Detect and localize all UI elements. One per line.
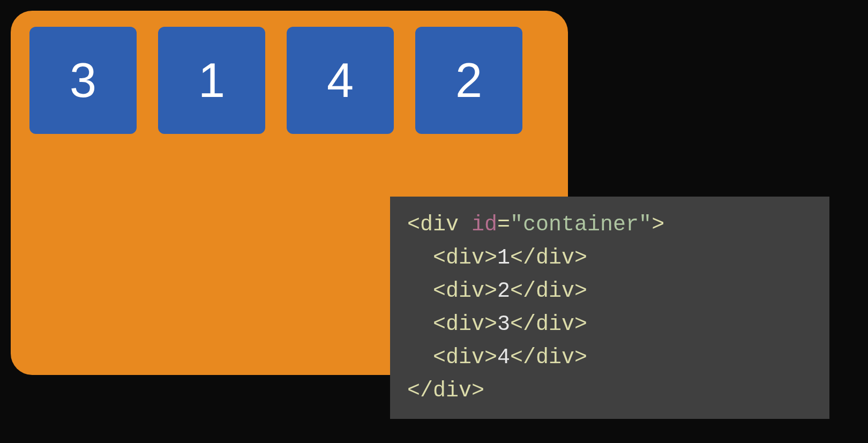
code-child-close: </div>: [510, 246, 587, 270]
code-child-text: 1: [497, 246, 510, 270]
item-number: 4: [327, 53, 354, 108]
code-child-text: 4: [497, 346, 510, 370]
code-close: </div>: [407, 379, 484, 403]
item-box: 2: [415, 27, 522, 134]
code-line-child: <div>4</div>: [407, 341, 812, 374]
code-panel: <div id="container"> <div>1</div> <div>2…: [390, 197, 829, 419]
code-child-open: <div>: [433, 279, 497, 303]
code-line-child: <div>1</div>: [407, 242, 812, 275]
code-child-text: 3: [497, 312, 510, 336]
items-row: 3 1 4 2: [29, 27, 549, 134]
code-child-close: </div>: [510, 279, 587, 303]
item-box: 4: [287, 27, 394, 134]
item-box: 3: [29, 27, 137, 134]
code-line-child: <div>3</div>: [407, 308, 812, 341]
code-child-open: <div>: [433, 246, 497, 270]
item-number: 3: [70, 53, 96, 108]
code-tag: div: [420, 213, 459, 237]
code-child-text: 2: [497, 279, 510, 303]
item-box: 1: [158, 27, 265, 134]
code-child-close: </div>: [510, 346, 587, 370]
code-attr-name: id: [472, 213, 497, 237]
item-number: 2: [455, 53, 482, 108]
code-line-child: <div>2</div>: [407, 275, 812, 308]
code-child-open: <div>: [433, 312, 497, 336]
code-attr-value: "container": [510, 213, 652, 237]
code-child-open: <div>: [433, 346, 497, 370]
item-number: 1: [198, 53, 225, 108]
code-line-close: </div>: [407, 374, 812, 408]
code-child-close: </div>: [510, 312, 587, 336]
code-line-open: <div id="container">: [407, 208, 812, 242]
